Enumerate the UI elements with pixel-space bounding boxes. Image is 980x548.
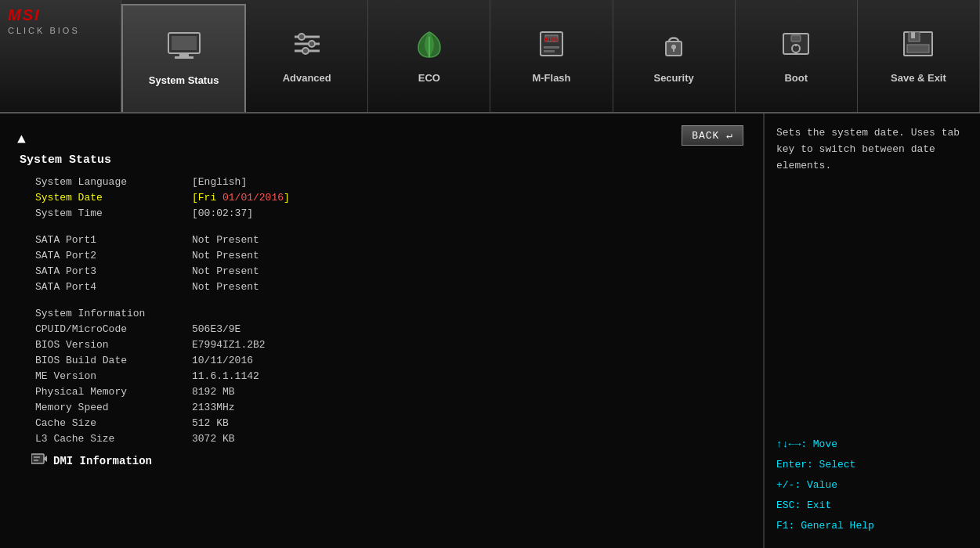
monitor-icon <box>167 31 201 70</box>
key-exit: ESC: Exit <box>776 496 968 516</box>
system-date-value: [Fri 01/01/2016] <box>192 192 290 204</box>
system-date-row[interactable]: System Date [Fri 01/01/2016] <box>20 192 743 204</box>
dmi-arrow-icon <box>31 452 47 469</box>
physical-memory-row: Physical Memory 8192 MB <box>20 386 743 398</box>
me-version-value: 11.6.1.1142 <box>192 370 259 382</box>
tab-boot[interactable]: Boot <box>736 0 858 112</box>
tab-m-flash[interactable]: BIOS M-Flash <box>490 0 613 112</box>
cache-size-label: Cache Size <box>20 417 192 429</box>
memory-speed-row: Memory Speed 2133MHz <box>20 402 743 413</box>
bios-version-row: BIOS Version E7994IZ1.2B2 <box>20 339 743 351</box>
key-select: Enter: Select <box>776 455 968 475</box>
l3-cache-size-row: L3 Cache Size 3072 KB <box>20 433 743 445</box>
eco-icon <box>412 29 447 67</box>
svg-text:BIOS: BIOS <box>544 37 558 42</box>
sidebar: Sets the system date. Uses tab key to sw… <box>765 114 980 548</box>
sata-port4-value: Not Present <box>192 281 259 293</box>
tab-advanced-label: Advanced <box>283 72 331 84</box>
tab-save-exit[interactable]: Save & Exit <box>858 0 980 112</box>
svg-rect-18 <box>673 48 674 52</box>
tab-security[interactable]: Security <box>613 0 736 112</box>
sata-port2-label: SATA Port2 <box>20 250 192 261</box>
svg-rect-30 <box>34 460 38 461</box>
msi-logo: msi CLICK BIOS <box>0 0 121 112</box>
svg-rect-25 <box>911 32 915 38</box>
svg-rect-2 <box>179 54 189 56</box>
tab-system-status[interactable]: System Status <box>121 4 246 112</box>
tab-system-status-label: System Status <box>149 74 219 86</box>
bios-version-value: E7994IZ1.2B2 <box>192 339 266 351</box>
section-title: System Status <box>20 153 743 167</box>
sata-port2-value: Not Present <box>192 250 259 261</box>
content-panel: ▲ BACK ↵ System Status System Language [… <box>0 114 765 548</box>
tab-m-flash-label: M-Flash <box>532 72 570 84</box>
msi-brand-text: msi <box>8 6 41 24</box>
svg-rect-14 <box>544 46 559 49</box>
tab-save-exit-label: Save & Exit <box>891 72 946 84</box>
cpuid-value: 506E3/9E <box>192 323 240 335</box>
cache-size-row: Cache Size 512 KB <box>20 417 743 429</box>
svg-point-7 <box>298 34 305 40</box>
svg-rect-20 <box>791 35 801 41</box>
svg-point-9 <box>302 48 309 54</box>
l3-cache-size-label: L3 Cache Size <box>20 433 192 445</box>
system-date-label: System Date <box>20 192 192 204</box>
dmi-information-label: DMI Information <box>53 455 152 467</box>
click-bios-text: CLICK BIOS <box>8 26 80 35</box>
security-icon <box>656 29 691 67</box>
memory-speed-label: Memory Speed <box>20 402 192 413</box>
physical-memory-label: Physical Memory <box>20 386 192 398</box>
tab-security-label: Security <box>653 72 693 84</box>
tab-advanced[interactable]: Advanced <box>246 0 368 112</box>
sata-port4-label: SATA Port4 <box>20 281 192 293</box>
sata-port3-value: Not Present <box>192 265 259 277</box>
svg-rect-27 <box>31 454 44 463</box>
key-value: +/-: Value <box>776 475 968 496</box>
tab-eco[interactable]: ECO <box>368 0 490 112</box>
system-time-label: System Time <box>20 207 192 219</box>
bios-build-date-label: BIOS Build Date <box>20 355 192 366</box>
save-exit-icon <box>901 29 935 67</box>
sidebar-keys: ↑↓←→: Move Enter: Select +/-: Value ESC:… <box>776 434 968 536</box>
sata-port2-row: SATA Port2 Not Present <box>20 250 743 261</box>
tab-boot-label: Boot <box>784 72 808 84</box>
main-area: ▲ BACK ↵ System Status System Language [… <box>0 114 980 548</box>
sidebar-help-text: Sets the system date. Uses tab key to sw… <box>776 125 968 174</box>
svg-rect-15 <box>544 50 555 52</box>
sata-port1-row: SATA Port1 Not Present <box>20 234 743 246</box>
sata-port1-label: SATA Port1 <box>20 234 192 246</box>
me-version-label: ME Version <box>20 370 192 382</box>
physical-memory-value: 8192 MB <box>192 386 235 398</box>
sata-port3-row: SATA Port3 Not Present <box>20 265 743 277</box>
sys-info-title: System Information <box>20 308 192 319</box>
svg-rect-3 <box>175 56 193 59</box>
dmi-information-row[interactable]: DMI Information <box>20 452 743 469</box>
cpuid-row: CPUID/MicroCode 506E3/9E <box>20 323 743 335</box>
key-move: ↑↓←→: Move <box>776 434 968 455</box>
nav-tabs: System Status Advanced <box>121 0 980 112</box>
me-version-row: ME Version 11.6.1.1142 <box>20 370 743 382</box>
bios-version-label: BIOS Version <box>20 339 192 351</box>
system-language-row: System Language [English] <box>20 176 743 188</box>
m-flash-icon: BIOS <box>534 29 569 67</box>
bios-build-date-row: BIOS Build Date 10/11/2016 <box>20 355 743 366</box>
tab-eco-label: ECO <box>418 72 440 84</box>
key-help: F1: General Help <box>776 516 968 536</box>
memory-speed-value: 2133MHz <box>192 402 235 413</box>
system-language-label: System Language <box>20 176 192 188</box>
sata-port3-label: SATA Port3 <box>20 265 192 277</box>
sys-info-title-row: System Information <box>20 308 743 319</box>
boot-icon <box>779 29 813 67</box>
back-button-area: BACK ↵ <box>20 125 743 146</box>
sata-port4-row: SATA Port4 Not Present <box>20 281 743 293</box>
sata-port1-value: Not Present <box>192 234 259 246</box>
svg-point-8 <box>309 41 315 47</box>
system-language-value: [English] <box>192 176 247 188</box>
back-button[interactable]: BACK ↵ <box>682 125 743 146</box>
cache-size-value: 512 KB <box>192 417 229 429</box>
svg-rect-26 <box>907 45 929 52</box>
bios-build-date-value: 10/11/2016 <box>192 355 253 366</box>
l3-cache-size-value: 3072 KB <box>192 433 235 445</box>
svg-rect-1 <box>172 36 197 50</box>
system-time-value: [00:02:37] <box>192 207 253 219</box>
